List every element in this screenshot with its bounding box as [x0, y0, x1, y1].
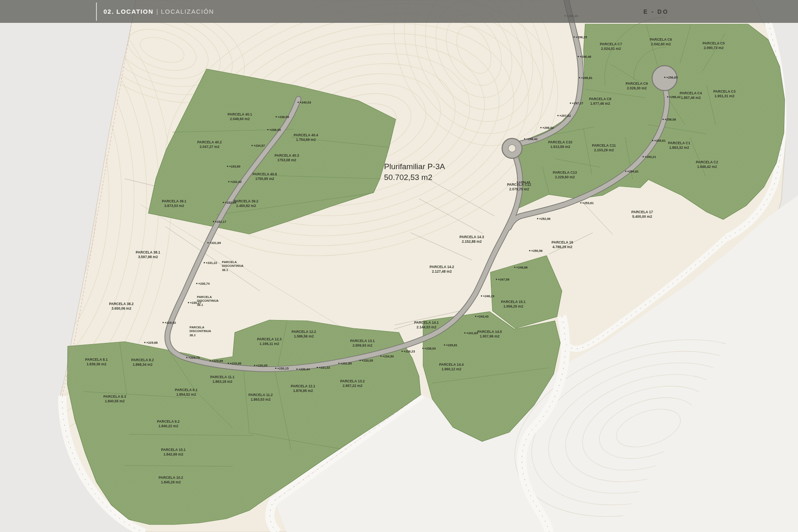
title-separator: |	[156, 8, 158, 15]
sheet-corner-label: E - DO	[643, 8, 669, 15]
section-title: 02. LOCATION	[103, 8, 153, 15]
cul-de-sac	[652, 66, 677, 91]
section-subtitle: LOCALIZACIÓN	[161, 8, 214, 15]
location-plan-page: Plurifamiliar P-3A 50.702,53 m2 PARCELA …	[0, 0, 798, 532]
roundabout-island	[508, 145, 516, 152]
title-divider-line	[96, 2, 97, 21]
header-title-block: 02. LOCATION | LOCALIZACIÓN	[96, 0, 214, 23]
site-plan-map	[0, 0, 798, 532]
